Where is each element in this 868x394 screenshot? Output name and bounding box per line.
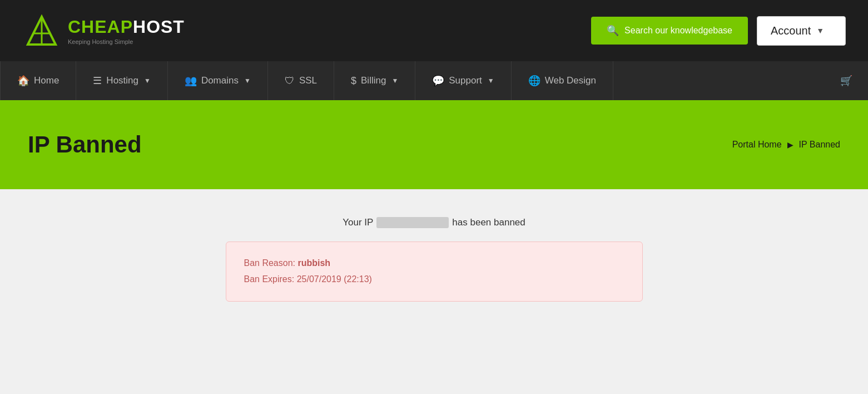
logo-tagline: Keeping Hosting Simple (68, 38, 185, 45)
chevron-down-icon: ▼ (244, 77, 251, 85)
ban-expires-value: 25/07/2019 (22:13) (297, 274, 372, 284)
logo-host: HOST (133, 17, 185, 37)
logo-cheap: CHEAP (68, 17, 133, 37)
chevron-down-icon: ▼ (144, 77, 151, 85)
nav-label-support: Support (449, 75, 482, 86)
support-icon: 💬 (432, 75, 444, 87)
logo-icon (22, 11, 61, 50)
domains-icon: 👥 (185, 75, 197, 87)
search-knowledgebase-button[interactable]: 🔍 Search our knowledgebase (591, 17, 748, 45)
nav-label-billing: Billing (361, 75, 386, 86)
webdesign-icon: 🌐 (528, 75, 540, 87)
nav-label-home: Home (34, 75, 59, 86)
header-right: 🔍 Search our knowledgebase Account ▼ (591, 16, 846, 46)
nav-item-cart[interactable]: 🛒 (825, 61, 868, 100)
header: CHEAPHOST Keeping Hosting Simple 🔍 Searc… (0, 0, 868, 61)
ip-message-after: has been banned (452, 217, 525, 228)
ban-reason-label: Ban Reason: (244, 258, 298, 268)
ip-ban-message: Your IP has been banned (343, 217, 525, 228)
nav-item-ssl[interactable]: 🛡 SSL (268, 61, 334, 100)
nav-label-webdesign: Web Design (545, 75, 596, 86)
home-icon: 🏠 (17, 75, 29, 87)
chevron-down-icon: ▼ (391, 77, 398, 85)
logo-text-wrap: CHEAPHOST Keeping Hosting Simple (68, 17, 185, 45)
breadcrumb-current: IP Banned (799, 140, 840, 150)
page-banner: IP Banned Portal Home ▶ IP Banned (0, 100, 868, 189)
ssl-icon: 🛡 (285, 75, 295, 87)
nav-item-domains[interactable]: 👥 Domains ▼ (168, 61, 268, 100)
page-title: IP Banned (28, 131, 142, 158)
ip-message-before: Your IP (343, 217, 373, 228)
hosting-icon: ☰ (93, 75, 102, 87)
chevron-down-icon: ▼ (488, 77, 494, 85)
breadcrumb-home-link[interactable]: Portal Home (732, 140, 782, 150)
account-label: Account (771, 24, 811, 37)
ip-address-redacted (376, 217, 449, 228)
ban-expires-line: Ban Expires: 25/07/2019 (22:13) (244, 272, 624, 288)
logo-area: CHEAPHOST Keeping Hosting Simple (22, 11, 185, 50)
nav-item-home[interactable]: 🏠 Home (0, 61, 76, 100)
breadcrumb-arrow-icon: ▶ (787, 140, 793, 149)
breadcrumb: Portal Home ▶ IP Banned (732, 140, 840, 150)
chevron-down-icon: ▼ (816, 26, 824, 35)
nav-label-ssl: SSL (299, 75, 317, 86)
ban-reason-value: rubbish (297, 258, 330, 268)
nav-item-billing[interactable]: $ Billing ▼ (334, 61, 415, 100)
logo-brand: CHEAPHOST (68, 17, 185, 37)
search-icon: 🔍 (607, 24, 619, 37)
nav-item-hosting[interactable]: ☰ Hosting ▼ (76, 61, 168, 100)
cart-icon: 🛒 (840, 75, 852, 87)
account-button[interactable]: Account ▼ (757, 16, 846, 46)
main-nav: 🏠 Home ☰ Hosting ▼ 👥 Domains ▼ 🛡 SSL $ B… (0, 61, 868, 100)
nav-item-webdesign[interactable]: 🌐 Web Design (512, 61, 613, 100)
ban-expires-label: Ban Expires: (244, 274, 297, 284)
nav-label-domains: Domains (201, 75, 239, 86)
billing-icon: $ (351, 75, 356, 87)
search-button-label: Search our knowledgebase (624, 26, 732, 36)
ban-details-box: Ban Reason: rubbish Ban Expires: 25/07/2… (226, 242, 643, 302)
nav-label-hosting: Hosting (106, 75, 138, 86)
nav-item-support[interactable]: 💬 Support ▼ (415, 61, 511, 100)
main-content: Your IP has been banned Ban Reason: rubb… (0, 189, 868, 356)
ban-reason-line: Ban Reason: rubbish (244, 255, 624, 272)
